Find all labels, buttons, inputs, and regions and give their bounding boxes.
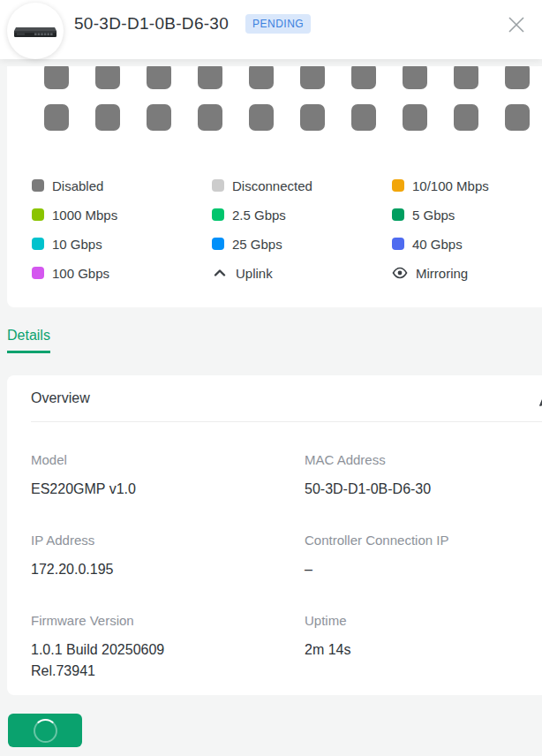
device-avatar [7, 3, 64, 59]
legend-item: 10 Gbps [32, 235, 212, 253]
legend-label: 25 Gbps [232, 237, 282, 252]
field-value: ES220GMP v1.0 [31, 479, 221, 501]
speed-5g-swatch [392, 208, 404, 221]
legend-item: 2.5 Gbps [212, 206, 392, 223]
port-3[interactable] [147, 66, 171, 89]
field-value: 2m 14s [305, 639, 494, 662]
overview-card: Overview Model ES220GMP v1.0 MAC Address… [7, 375, 542, 695]
device-title: 50-3D-D1-0B-D6-30 [74, 14, 229, 34]
port-15[interactable] [249, 104, 274, 131]
speed-2-5g-swatch [212, 208, 224, 221]
field-controller-connection-ip: Controller Connection IP – [305, 533, 534, 581]
field-value: 50-3D-D1-0B-D6-30 [305, 479, 494, 501]
overview-title: Overview [31, 390, 90, 406]
legend-item: Mirroring [392, 264, 542, 282]
disabled-swatch [32, 179, 44, 192]
port-18[interactable] [403, 104, 427, 131]
edit-icon[interactable] [537, 389, 542, 409]
legend-item: Uplink [212, 264, 392, 282]
field-value: 172.20.0.195 [31, 559, 221, 581]
port-16[interactable] [300, 104, 325, 131]
legend-label: Disconnected [232, 178, 312, 193]
legend-label: 5 Gbps [412, 208, 455, 223]
legend-label: Disabled [52, 178, 103, 193]
field-mac-address: MAC Address 50-3D-D1-0B-D6-30 [305, 452, 534, 501]
switch-image [13, 21, 57, 41]
ports-card: Disabled Disconnected 10/100 Mbps 1000 M… [7, 66, 542, 307]
legend-item: 10/100 Mbps [392, 177, 542, 194]
port-10[interactable] [505, 66, 530, 89]
port-20[interactable] [505, 104, 530, 131]
legend-item: 40 Gbps [392, 235, 542, 253]
port-5[interactable] [249, 66, 274, 89]
port-11[interactable] [44, 104, 69, 131]
legend-item: 1000 Mbps [32, 206, 212, 223]
overview-fields: Model ES220GMP v1.0 MAC Address 50-3D-D1… [31, 452, 534, 683]
field-label: MAC Address [305, 452, 534, 467]
port-6[interactable] [300, 66, 325, 89]
port-12[interactable] [95, 104, 120, 131]
field-firmware-version: Firmware Version 1.0.1 Build 20250609 Re… [31, 613, 305, 684]
port-1[interactable] [44, 66, 69, 89]
legend-label: 10 Gbps [52, 237, 102, 252]
field-label: Firmware Version [31, 613, 305, 628]
speed-25g-swatch [212, 238, 224, 250]
legend-item: 25 Gbps [212, 235, 392, 253]
field-value: 1.0.1 Build 20250609 Rel.73941 [31, 639, 221, 684]
legend-label: 40 Gbps [412, 237, 463, 252]
chevron-up-icon [212, 265, 228, 281]
field-value: – [305, 559, 494, 581]
primary-action-button-loading[interactable] [8, 714, 82, 747]
port-legend: Disabled Disconnected 10/100 Mbps 1000 M… [32, 177, 542, 282]
field-label: IP Address [31, 533, 305, 548]
port-7[interactable] [351, 66, 376, 89]
port-19[interactable] [454, 104, 478, 131]
legend-label: 2.5 Gbps [232, 208, 286, 223]
field-label: Model [31, 452, 305, 467]
legend-item: 5 Gbps [392, 206, 542, 223]
legend-label: Uplink [236, 266, 273, 281]
speed-100g-swatch [32, 267, 44, 279]
legend-label: 100 Gbps [52, 266, 109, 281]
eye-icon [392, 265, 408, 281]
port-8[interactable] [403, 66, 427, 89]
legend-item: Disconnected [212, 177, 392, 194]
field-ip-address: IP Address 172.20.0.195 [31, 533, 305, 581]
status-badge: PENDING [245, 14, 311, 34]
port-2[interactable] [95, 66, 120, 89]
legend-item: 100 Gbps [32, 264, 212, 282]
legend-label: 10/100 Mbps [412, 178, 489, 193]
field-model: Model ES220GMP v1.0 [31, 452, 305, 501]
tab-details[interactable]: Details [7, 328, 50, 353]
speed-10g-swatch [32, 238, 44, 250]
port-grid [44, 66, 530, 131]
field-label: Uptime [305, 613, 534, 628]
legend-label: Mirroring [416, 266, 468, 281]
close-icon[interactable] [506, 14, 527, 35]
speed-1000-swatch [32, 208, 44, 221]
legend-label: 1000 Mbps [52, 208, 117, 223]
legend-item: Disabled [32, 177, 212, 194]
field-label: Controller Connection IP [305, 533, 534, 548]
speed-40g-swatch [392, 238, 404, 250]
overview-header: Overview [31, 375, 542, 422]
port-9[interactable] [454, 66, 478, 89]
loading-spinner-icon [34, 719, 57, 743]
disconnected-swatch [212, 179, 224, 192]
port-13[interactable] [147, 104, 171, 131]
field-uptime: Uptime 2m 14s [305, 613, 534, 684]
port-14[interactable] [198, 104, 222, 131]
port-17[interactable] [351, 104, 376, 131]
port-4[interactable] [198, 66, 222, 89]
panel-header: 50-3D-D1-0B-D6-30 PENDING [0, 0, 542, 59]
speed-10-100-swatch [392, 179, 404, 192]
